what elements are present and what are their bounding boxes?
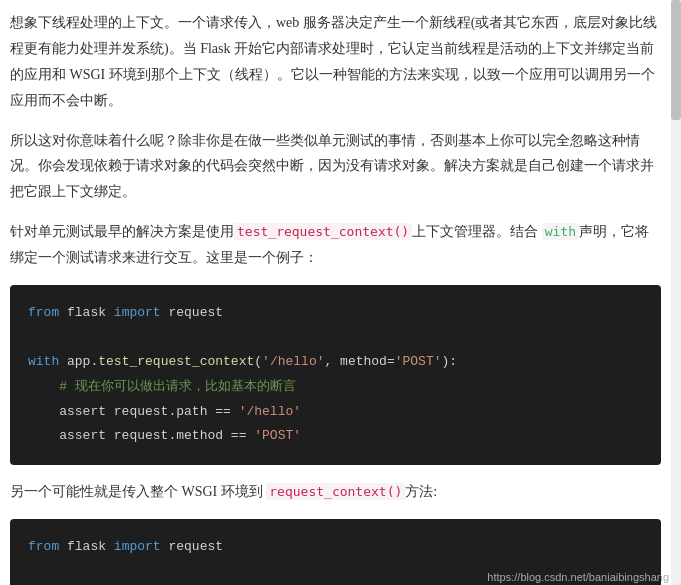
para4-before: 另一个可能性就是传入整个 WSGI 环境到 bbox=[10, 484, 263, 499]
str-hello: '/hello' bbox=[262, 354, 324, 369]
kw-from1: from bbox=[28, 305, 59, 320]
para3-before: 针对单元测试最早的解决方案是使用 bbox=[10, 224, 234, 239]
paragraph-1: 想象下线程处理的上下文。一个请求传入，web 服务器决定产生一个新线程(或者其它… bbox=[10, 10, 661, 114]
scrollbar[interactable] bbox=[671, 0, 681, 585]
code-with: with bbox=[542, 223, 579, 240]
code2-line-1: from flask import request bbox=[28, 535, 643, 560]
code-test-request-context: test_request_context() bbox=[234, 223, 412, 240]
fn-test-request-context: test_request_context bbox=[98, 354, 254, 369]
content-area: 想象下线程处理的上下文。一个请求传入，web 服务器决定产生一个新线程(或者其它… bbox=[0, 0, 681, 585]
comment-1: # 现在你可以做出请求，比如基本的断言 bbox=[59, 379, 296, 394]
code-line-with1: with app.test_request_context('/hello', … bbox=[28, 350, 643, 375]
code-block-1: from flask import request with app.test_… bbox=[10, 285, 661, 465]
code-line-1: from flask import request bbox=[28, 301, 643, 326]
page-wrapper: 想象下线程处理的上下文。一个请求传入，web 服务器决定产生一个新线程(或者其它… bbox=[0, 0, 681, 585]
code-line-blank1 bbox=[28, 326, 643, 351]
code-line-assert-method: assert request.method == 'POST' bbox=[28, 424, 643, 449]
kw-import2: import bbox=[114, 539, 161, 554]
scrollbar-thumb[interactable] bbox=[671, 0, 681, 120]
watermark: https://blog.csdn.net/baniaibingshang bbox=[487, 571, 669, 583]
kw-from2: from bbox=[28, 539, 59, 554]
kw-import1: import bbox=[114, 305, 161, 320]
str-hello-assert: '/hello' bbox=[239, 404, 301, 419]
str-post2: 'POST' bbox=[254, 428, 301, 443]
code-request-context: request_context() bbox=[266, 483, 405, 500]
kw-with1: with bbox=[28, 354, 59, 369]
paragraph-4: 另一个可能性就是传入整个 WSGI 环境到 request_context()方… bbox=[10, 479, 661, 505]
str-post1: 'POST' bbox=[395, 354, 442, 369]
paragraph-3: 针对单元测试最早的解决方案是使用test_request_context()上下… bbox=[10, 219, 661, 271]
paragraph-2: 所以这对你意味着什么呢？除非你是在做一些类似单元测试的事情，否则基本上你可以完全… bbox=[10, 128, 661, 206]
para3-middle: 上下文管理器。结合 bbox=[412, 224, 538, 239]
code-line-comment: # 现在你可以做出请求，比如基本的断言 bbox=[28, 375, 643, 400]
para4-after: 方法: bbox=[405, 484, 437, 499]
code-line-assert-path: assert request.path == '/hello' bbox=[28, 400, 643, 425]
